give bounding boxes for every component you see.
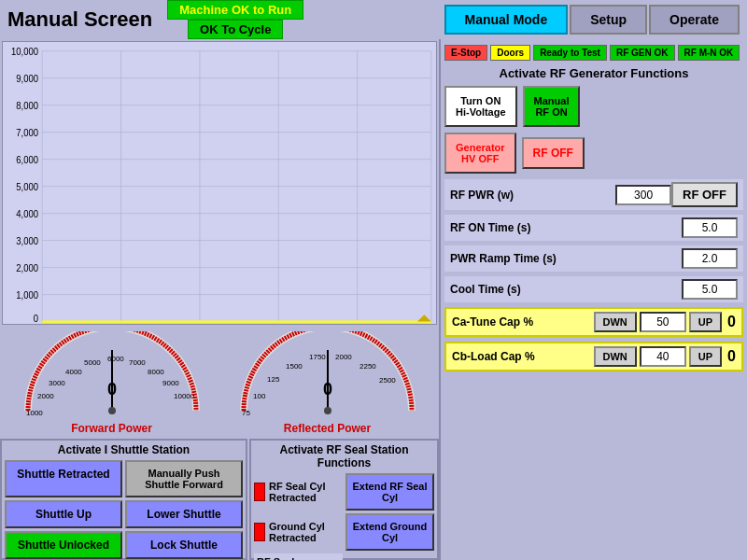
cool-time-row: Cool Time (s) xyxy=(444,276,743,302)
rf-pwr-row: RF PWR (w) RF OFF xyxy=(444,179,743,210)
svg-rect-0 xyxy=(3,42,436,324)
rf-seal-press-cyl: RF Seal Press Cyl Top Position T M xyxy=(254,553,343,560)
seal-grid: RF Seal Cyl Retracted Extend RF Seal Cyl… xyxy=(254,473,434,560)
estop-indicator: E-Stop xyxy=(444,45,487,61)
tab-setup[interactable]: Setup xyxy=(570,5,647,35)
tab-manual-mode[interactable]: Manual Mode xyxy=(444,5,569,35)
lower-shuttle-btn[interactable]: Lower Shuttle xyxy=(125,500,243,528)
shuttle-grid: Shuttle Retracted Manually Push Shuttle … xyxy=(5,460,243,559)
ground-cyl-indicator xyxy=(254,523,265,541)
svg-text:0: 0 xyxy=(106,380,116,399)
rf-pwr-label: RF PWR (w) xyxy=(450,189,615,202)
shuttle-retracted-btn[interactable]: Shuttle Retracted xyxy=(5,460,122,497)
svg-text:5,000: 5,000 xyxy=(16,182,38,193)
svg-text:1750: 1750 xyxy=(309,353,326,361)
rf-seal-cyl-retracted: RF Seal Cyl Retracted xyxy=(254,473,343,511)
ca-tune-controls: DWN UP xyxy=(594,312,723,332)
rf-on-time-input[interactable] xyxy=(682,217,738,238)
right-panel: E-Stop Doors Ready to Test RF GEN OK RF … xyxy=(439,39,747,560)
svg-text:2,000: 2,000 xyxy=(16,263,38,274)
cb-load-input[interactable] xyxy=(640,346,686,367)
gauges-row: 1000 2000 3000 4000 5000 6000 7000 8000 … xyxy=(0,327,439,439)
svg-text:0: 0 xyxy=(322,380,331,399)
ca-tune-up-btn[interactable]: UP xyxy=(689,312,722,332)
extend-rf-seal-cyl-btn[interactable]: Extend RF Seal Cyl xyxy=(345,473,434,511)
svg-text:1,000: 1,000 xyxy=(16,290,38,301)
reflected-power-label: Reflected Power xyxy=(284,422,371,435)
manually-push-shuttle-btn[interactable]: Manually Push Shuttle Forward xyxy=(125,460,243,497)
seal-station-title: Activate RF Seal Station Functions xyxy=(254,443,434,469)
svg-text:7000: 7000 xyxy=(129,358,146,367)
ca-tune-input[interactable] xyxy=(640,312,686,332)
svg-text:2250: 2250 xyxy=(359,362,376,371)
tab-operate[interactable]: Operate xyxy=(649,5,740,35)
cb-load-up-btn[interactable]: UP xyxy=(689,346,722,367)
ground-cyl-retracted: Ground Cyl Retracted xyxy=(254,513,343,551)
ca-tune-row: Ca-Tune Cap % DWN UP 0 xyxy=(444,307,743,337)
svg-text:3,000: 3,000 xyxy=(16,236,38,247)
cb-load-row: Cb-Load Cap % DWN UP 0 xyxy=(444,342,743,371)
rf-seal-cyl-label: RF Seal Cyl Retracted xyxy=(269,481,343,503)
cb-load-label: Cb-Load Cap % xyxy=(452,350,594,363)
shuttle-unlocked-btn[interactable]: Shuttle Unlocked xyxy=(5,531,122,559)
ca-tune-display: 0 xyxy=(727,314,736,330)
svg-text:6,000: 6,000 xyxy=(16,155,38,166)
svg-text:9000: 9000 xyxy=(162,379,179,387)
rf-seal-cyl-indicator xyxy=(254,483,265,501)
manual-rf-on-btn[interactable]: Manual RF ON xyxy=(523,86,581,127)
screen-title: Manual Screen xyxy=(7,7,152,32)
pwr-ramp-input[interactable] xyxy=(682,248,738,269)
nav-tabs: Manual Mode Setup Operate xyxy=(444,5,740,35)
pwr-ramp-row: PWR Ramp Time (s) xyxy=(444,245,743,272)
lock-shuttle-btn[interactable]: Lock Shuttle xyxy=(125,531,243,559)
status-box: Machine OK to Run OK To Cycle xyxy=(167,0,303,39)
rf-section-title: Activate RF Generator Functions xyxy=(444,66,743,80)
rf-off-btn-top[interactable]: RF OFF xyxy=(522,137,585,169)
generator-hv-row: Generator HV OFF RF OFF xyxy=(444,133,743,174)
shuttle-station-title: Activate I Shuttle Station xyxy=(5,443,243,456)
svg-text:100: 100 xyxy=(253,392,266,400)
svg-text:8,000: 8,000 xyxy=(16,101,38,112)
svg-text:10000: 10000 xyxy=(174,392,195,400)
svg-text:9,000: 9,000 xyxy=(16,74,38,85)
rf-off-btn-pwr[interactable]: RF OFF xyxy=(671,182,738,207)
turn-on-hi-voltage-btn[interactable]: Turn ON Hi-Voltage xyxy=(444,86,517,127)
svg-point-53 xyxy=(324,407,331,414)
ca-tune-dwn-btn[interactable]: DWN xyxy=(594,312,637,332)
svg-text:2000: 2000 xyxy=(37,392,54,400)
rf-on-time-row: RF ON Time (s) xyxy=(444,215,743,241)
rf-gen-ok-indicator: RF GEN OK xyxy=(610,45,675,61)
svg-text:4000: 4000 xyxy=(65,368,82,376)
ca-tune-label: Ca-Tune Cap % xyxy=(452,315,594,329)
hi-voltage-row: Turn ON Hi-Voltage Manual RF ON xyxy=(444,86,743,127)
machine-ok-status: Machine OK to Run xyxy=(167,0,303,20)
chart-area: 10,000 9,000 8,000 7,000 6,000 5,000 4,0… xyxy=(2,41,437,325)
forward-power-gauge: 1000 2000 3000 4000 5000 6000 7000 8000 … xyxy=(19,331,205,435)
ground-cyl-label: Ground Cyl Retracted xyxy=(269,521,343,543)
cb-load-dwn-btn[interactable]: DWN xyxy=(594,346,637,367)
generator-hv-off-btn[interactable]: Generator HV OFF xyxy=(444,133,516,174)
shuttle-station: Activate I Shuttle Station Shuttle Retra… xyxy=(0,439,247,560)
cb-load-controls: DWN UP xyxy=(594,346,723,367)
pwr-ramp-label: PWR Ramp Time (s) xyxy=(450,252,682,265)
svg-point-42 xyxy=(108,407,116,414)
ready-to-test-indicator: Ready to Test xyxy=(533,45,607,61)
svg-text:4,000: 4,000 xyxy=(16,209,38,220)
cb-load-display: 0 xyxy=(727,348,736,365)
ok-to-cycle-status: OK To Cycle xyxy=(188,20,283,39)
svg-text:10,000: 10,000 xyxy=(11,47,38,58)
svg-text:2000: 2000 xyxy=(335,353,352,361)
rf-pwr-input[interactable] xyxy=(615,185,671,205)
rf-seal-press-label: RF Seal Press Cyl Top Position xyxy=(257,556,316,560)
cool-time-input[interactable] xyxy=(682,279,738,300)
shuttle-up-btn[interactable]: Shuttle Up xyxy=(5,500,122,528)
cool-time-label: Cool Time (s) xyxy=(450,283,682,296)
svg-text:2500: 2500 xyxy=(379,376,396,385)
seal-station: Activate RF Seal Station Functions RF Se… xyxy=(249,439,439,560)
svg-text:3000: 3000 xyxy=(49,379,65,387)
svg-text:5000: 5000 xyxy=(84,358,101,367)
extend-ground-cyl-btn[interactable]: Extend Ground Cyl xyxy=(345,513,434,551)
status-indicators: E-Stop Doors Ready to Test RF GEN OK RF … xyxy=(444,45,743,61)
svg-text:1500: 1500 xyxy=(286,362,303,371)
svg-text:6000: 6000 xyxy=(107,355,124,363)
